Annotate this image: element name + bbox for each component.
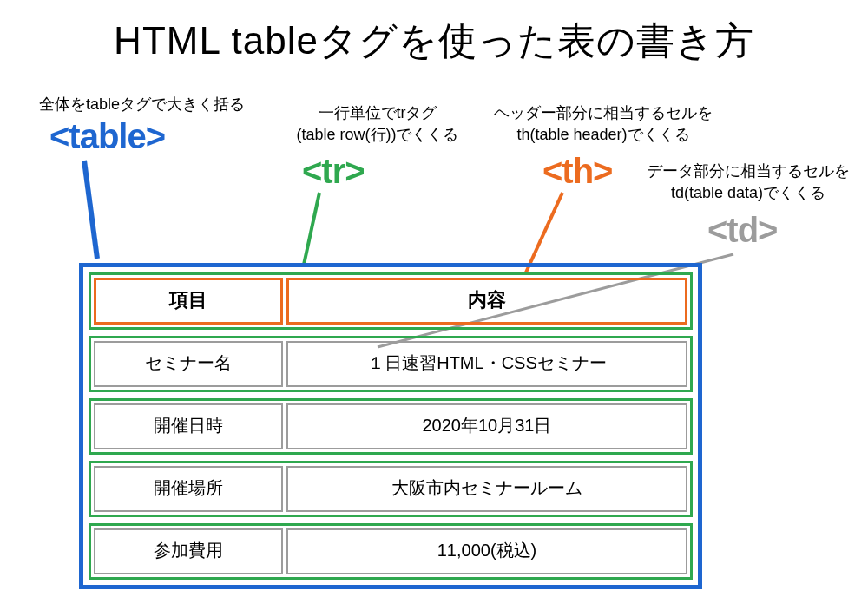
tag-tr: <tr> xyxy=(302,152,365,191)
td-col1: 参加費用 xyxy=(94,528,283,574)
td-col2: 大阪市内セミナールーム xyxy=(286,466,687,512)
page-title: HTML tableタグを使った表の書き方 xyxy=(0,0,868,67)
annot-td-line2: td(table data)でくくる xyxy=(671,184,825,201)
svg-line-1 xyxy=(304,193,319,265)
svg-line-2 xyxy=(525,193,562,274)
td-col2: 2020年10月31日 xyxy=(286,403,687,449)
table-container: 項目 内容 セミナー名 １日速習HTML・CSSセミナー 開催日時 2020年1… xyxy=(79,263,702,589)
annot-th-line2: th(table header)でくくる xyxy=(516,126,689,143)
table-header-row: 項目 内容 xyxy=(89,272,693,330)
table-row: 参加費用 11,000(税込) xyxy=(89,523,693,580)
td-col2: 11,000(税込) xyxy=(286,528,687,574)
table-row: 開催日時 2020年10月31日 xyxy=(89,398,693,455)
annot-tr-line2: (table row(行))でくくる xyxy=(296,126,458,143)
annot-tr-line1: 一行単位でtrタグ xyxy=(319,104,437,121)
annot-th-line1: ヘッダー部分に相当するセルを xyxy=(494,104,713,121)
table-row: セミナー名 １日速習HTML・CSSセミナー xyxy=(89,336,693,392)
th-col2: 内容 xyxy=(286,278,687,325)
annot-table: 全体をtableタグで大きく括る xyxy=(39,94,245,115)
tag-td: <td> xyxy=(707,211,777,250)
td-col1: 開催日時 xyxy=(94,403,283,449)
td-col1: 開催場所 xyxy=(94,466,283,512)
th-col1: 項目 xyxy=(94,278,283,325)
svg-line-0 xyxy=(84,161,97,259)
table-row: 開催場所 大阪市内セミナールーム xyxy=(89,461,693,517)
td-col2: １日速習HTML・CSSセミナー xyxy=(286,341,687,387)
tag-th: <th> xyxy=(542,152,612,191)
td-col1: セミナー名 xyxy=(94,341,283,387)
tag-table: <table> xyxy=(49,117,165,156)
annot-td-line1: データ部分に相当するセルを xyxy=(647,162,850,180)
